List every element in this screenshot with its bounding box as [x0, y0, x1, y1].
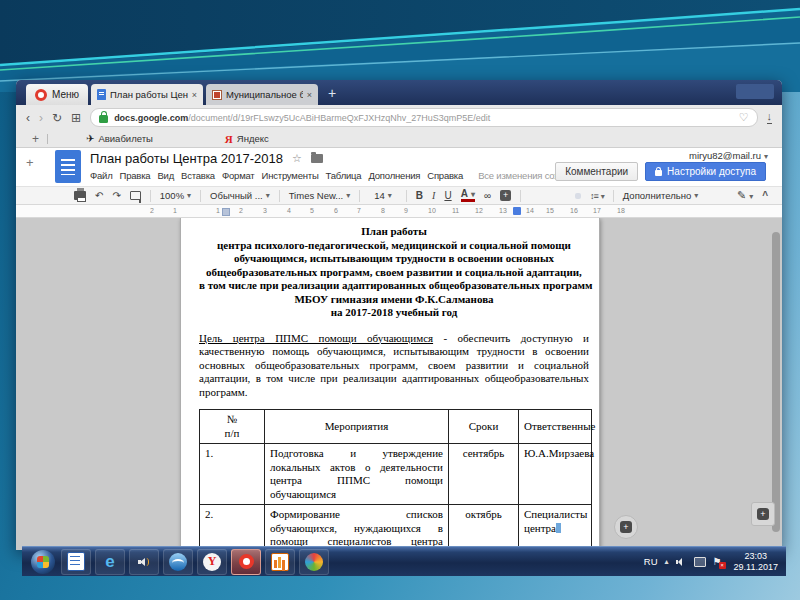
star-icon[interactable]: ☆: [292, 152, 302, 165]
divider: [359, 190, 360, 202]
align-right-icon[interactable]: [560, 193, 566, 199]
menu-bar: Файл Правка Вид Вставка Формат Инструмен…: [90, 170, 631, 181]
print-icon[interactable]: [74, 191, 86, 200]
comments-button[interactable]: Комментарии: [555, 162, 638, 181]
back-icon[interactable]: ‹: [26, 112, 30, 124]
goal-paragraph: Цель центра ППМС помощи обучающимся - об…: [199, 332, 589, 400]
account-email[interactable]: miryu82@mail.ru: [689, 150, 768, 161]
bookmark-aviabilety[interactable]: ✈ Авиабилеты: [86, 133, 153, 144]
bookmark-yandex[interactable]: Я Яндекс: [225, 133, 269, 145]
ruler-number: 10: [428, 207, 436, 214]
title-line: центра психолого-педагогической, медицин…: [199, 239, 589, 253]
menu-help[interactable]: Справка: [427, 170, 463, 181]
italic-button[interactable]: I: [432, 190, 435, 201]
taskbar-item-openoffice[interactable]: [163, 549, 193, 575]
explore-button[interactable]: +: [614, 515, 638, 539]
line-spacing-icon[interactable]: ↕≡: [590, 191, 604, 201]
bold-button[interactable]: B: [416, 190, 423, 201]
taskbar-item-media[interactable]: [299, 549, 329, 575]
tab-close-icon[interactable]: ×: [192, 90, 197, 100]
openoffice-icon: [169, 553, 187, 571]
tray-network-icon[interactable]: [694, 557, 706, 567]
window-controls-area[interactable]: [736, 84, 774, 99]
address-bar: ‹ › ↻ ⊞ docs.google.com/document/d/19rFL…: [16, 105, 782, 130]
more-button[interactable]: Дополнительно: [623, 190, 698, 201]
menu-format[interactable]: Формат: [222, 170, 255, 181]
taskbar-item-powerpoint[interactable]: [265, 549, 295, 575]
editing-mode-pencil-icon[interactable]: ✎: [737, 189, 753, 202]
title-line: общеобразовательных программ, своем разв…: [199, 266, 589, 280]
url-text: docs.google.com/document/d/19rFLswzy5UcA…: [114, 113, 733, 123]
doc-title[interactable]: План работы Центра 2017-2018: [90, 151, 283, 166]
menu-edit[interactable]: Правка: [120, 170, 151, 181]
font-size-select[interactable]: 14: [369, 190, 397, 201]
taskbar-item-opera-active[interactable]: [231, 549, 261, 575]
align-center-icon[interactable]: [545, 193, 551, 199]
language-indicator[interactable]: RU: [644, 556, 658, 567]
header-period: Сроки: [449, 410, 519, 444]
new-tab-button[interactable]: +: [328, 85, 336, 101]
start-button[interactable]: [31, 550, 55, 574]
tab-municipalnoe[interactable]: Муниципальное бюдже ×: [206, 84, 318, 105]
ruler-number: 5: [310, 207, 314, 214]
reload-icon[interactable]: ↻: [52, 112, 62, 124]
taskbar-item-volume[interactable]: [129, 549, 159, 575]
tray-expand-icon[interactable]: ▴: [665, 557, 669, 566]
slide-wave-decoration: [0, 0, 800, 92]
scrollbar-thumb[interactable]: [772, 232, 780, 532]
tab-close-icon[interactable]: ×: [307, 90, 312, 100]
align-justify-icon[interactable]: [575, 193, 581, 199]
undo-icon[interactable]: ↶: [95, 190, 103, 201]
action-center-flag-icon[interactable]: ⚑×: [713, 556, 724, 568]
tab-plan-raboty[interactable]: План работы Центра 201 ×: [91, 84, 203, 105]
explore-corner-button[interactable]: +: [751, 502, 775, 526]
underline-button[interactable]: U: [444, 190, 451, 201]
docs-favicon: [97, 89, 106, 100]
menu-insert[interactable]: Вставка: [181, 170, 215, 181]
paint-format-icon[interactable]: [130, 191, 141, 200]
divider: [47, 134, 48, 144]
url-field[interactable]: docs.google.com/document/d/19rFLswzy5UcA…: [90, 108, 757, 127]
redo-icon[interactable]: ↷: [112, 190, 120, 201]
insert-link-icon[interactable]: ∞: [484, 190, 491, 201]
title-line: в том числе при реализации адаптированны…: [199, 279, 589, 293]
taskbar-item-ie[interactable]: e: [95, 549, 125, 575]
folder-icon[interactable]: [311, 154, 323, 163]
ruler-number: 15: [546, 207, 554, 214]
taskbar-clock[interactable]: 23:03 29.11.2017: [734, 551, 778, 572]
add-bookmark-button[interactable]: +: [32, 132, 39, 146]
header-buttons: Комментарии Настройки доступа: [555, 162, 766, 181]
forward-icon[interactable]: ›: [39, 112, 43, 124]
sidebar-add-button[interactable]: +: [26, 155, 34, 170]
align-left-icon[interactable]: [530, 193, 536, 199]
text-color-button[interactable]: A: [461, 189, 475, 202]
opera-menu-button[interactable]: Меню: [26, 84, 88, 105]
font-select[interactable]: Times New...: [289, 190, 351, 201]
document-page[interactable]: План работы центра психолого-педагогичес…: [180, 218, 600, 550]
menu-table[interactable]: Таблица: [326, 170, 362, 181]
collapse-toolbar-icon[interactable]: ^: [762, 190, 768, 201]
header-activity: Мероприятия: [265, 410, 449, 444]
taskbar-item-word[interactable]: [61, 549, 91, 575]
menu-view[interactable]: Вид: [157, 170, 174, 181]
speed-dial-icon[interactable]: ⊞: [71, 112, 81, 124]
menu-file[interactable]: Файл: [90, 170, 113, 181]
downloads-icon[interactable]: ↓: [767, 112, 773, 124]
insert-comment-icon[interactable]: +: [500, 190, 511, 201]
menu-addons[interactable]: Дополнения: [368, 170, 420, 181]
google-docs-logo[interactable]: [55, 150, 81, 183]
bookmark-heart-icon[interactable]: ♡: [739, 111, 749, 124]
internet-explorer-icon: e: [105, 553, 114, 570]
taskbar-item-yandex[interactable]: Y: [197, 549, 227, 575]
ruler-number: 7: [357, 207, 361, 214]
tray-volume-icon[interactable]: [676, 557, 687, 567]
styles-select[interactable]: Обычный ...: [210, 190, 270, 201]
ruler-number: 3: [263, 207, 267, 214]
share-button[interactable]: Настройки доступа: [645, 162, 766, 181]
table-column-marker[interactable]: [513, 207, 521, 215]
indent-marker[interactable]: [222, 208, 230, 216]
zoom-select[interactable]: 100%: [160, 190, 191, 201]
title-line: на 2017-2018 учебный год: [199, 306, 589, 320]
divider: [150, 190, 151, 202]
menu-tools[interactable]: Инструменты: [262, 170, 319, 181]
